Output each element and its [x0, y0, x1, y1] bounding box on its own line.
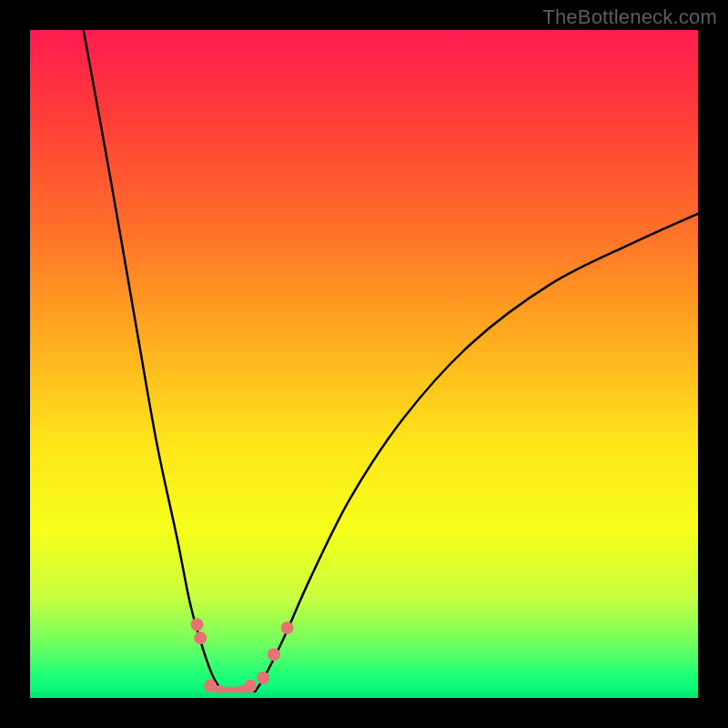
chart-frame: TheBottleneck.com [0, 0, 728, 728]
left-curve [84, 30, 228, 698]
marker-dot [281, 622, 294, 634]
bottom-edge-highlight [30, 693, 698, 698]
right-curve [250, 214, 698, 698]
plot-area [30, 30, 698, 698]
marker-dot [244, 680, 257, 693]
marker-dot [191, 618, 204, 631]
marker-dot [194, 632, 207, 644]
marker-dot [257, 672, 269, 684]
chart-svg [30, 30, 698, 698]
marker-dot [268, 648, 280, 661]
watermark-text: TheBottleneck.com [542, 5, 717, 29]
